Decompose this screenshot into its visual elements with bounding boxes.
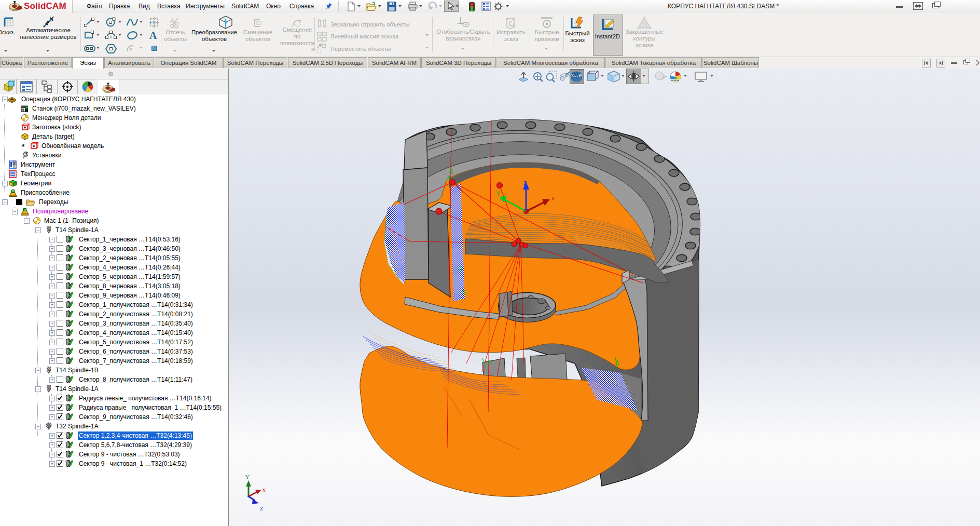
- svg-text:Y: Y: [496, 190, 500, 197]
- svg-text:Z: Z: [260, 505, 264, 511]
- svg-text:X: X: [262, 487, 266, 493]
- svg-text:x: x: [551, 195, 555, 202]
- svg-text:Y: Y: [245, 474, 250, 480]
- svg-text:z: z: [523, 179, 527, 186]
